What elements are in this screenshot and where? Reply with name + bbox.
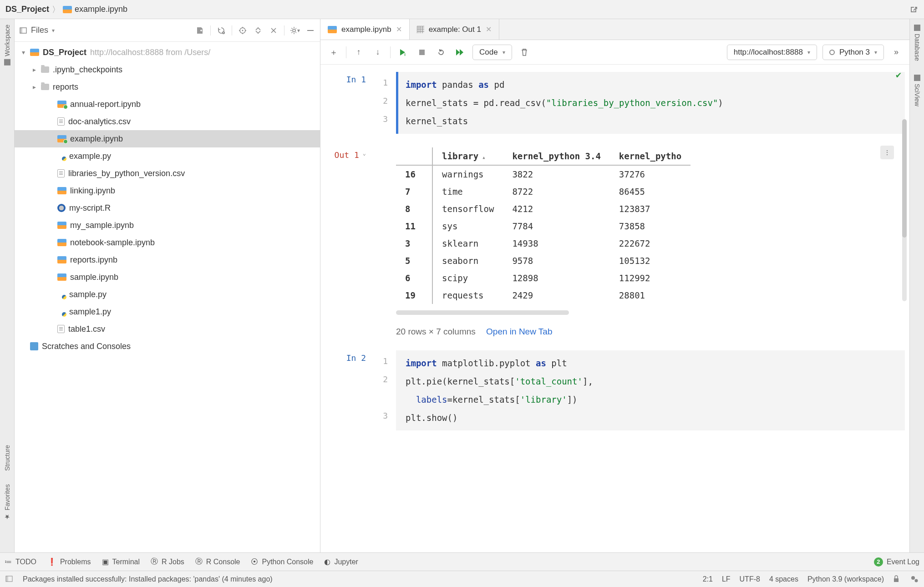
table-header[interactable]: kernel_pytho xyxy=(610,147,690,165)
table-row[interactable]: 16warnings382237276 xyxy=(396,165,690,183)
tool-python-console[interactable]: ⦿ Python Console xyxy=(251,558,313,566)
server-dropdown[interactable]: http://localhost:8888▾ xyxy=(727,45,817,60)
kernel-dropdown[interactable]: Python 3▾ xyxy=(822,45,884,60)
tree-file[interactable]: sample.py xyxy=(15,286,320,303)
tab-example-ipynb[interactable]: example.ipynb ✕ xyxy=(320,19,410,40)
table-row[interactable]: 19requests242928801 xyxy=(396,287,690,304)
tool-sciview[interactable]: SciView xyxy=(914,75,921,106)
status-window-icon[interactable] xyxy=(5,575,14,583)
code-block[interactable]: import pandas as pd kernel_stats = pd.re… xyxy=(396,72,905,134)
run-cell-button[interactable] xyxy=(396,46,410,59)
status-indent[interactable]: 4 spaces xyxy=(769,575,798,583)
expand-all-icon[interactable] xyxy=(253,25,263,35)
check-icon: ✔ xyxy=(896,69,901,80)
table-row[interactable]: 8tensorflow4212123837 xyxy=(396,200,690,218)
tree-file[interactable]: my-script.R xyxy=(15,199,320,217)
collapse-all-icon[interactable] xyxy=(269,25,279,35)
tool-database[interactable]: Database xyxy=(914,25,921,61)
tree-file[interactable]: reports.ipynb xyxy=(15,251,320,268)
status-eol[interactable]: LF xyxy=(722,575,731,583)
status-position[interactable]: 2:1 xyxy=(703,575,713,583)
code-block[interactable]: import matplotlib.pyplot as plt plt.pie(… xyxy=(396,350,905,430)
cell-in-1[interactable]: In 1 123 import pandas as pd kernel_stat… xyxy=(330,72,905,134)
editor-area: example.ipynb ✕ example: Out 1 ✕ ＋ ↑ ↓ C… xyxy=(320,19,909,552)
notebook-body[interactable]: ✔ In 1 123 import pandas as pd kernel_st… xyxy=(320,65,909,552)
target-icon[interactable] xyxy=(238,25,248,35)
close-tab-icon[interactable]: ✕ xyxy=(396,25,402,34)
tree-file-label: my-script.R xyxy=(69,203,111,213)
tree-file[interactable]: my_sample.ipynb xyxy=(15,217,320,234)
restart-button[interactable] xyxy=(434,46,448,59)
py-icon xyxy=(57,308,66,316)
horizontal-scrollbar[interactable] xyxy=(396,310,569,315)
tree-scratches[interactable]: Scratches and Consoles xyxy=(15,338,320,355)
tree-file-label: sample.ipynb xyxy=(70,273,118,282)
tool-favorites[interactable]: ★Favorites xyxy=(4,484,11,521)
tree-file[interactable]: sample1.py xyxy=(15,303,320,320)
folder-icon xyxy=(41,66,49,73)
tree-file[interactable]: sample.ipynb xyxy=(15,268,320,286)
move-up-button[interactable]: ↑ xyxy=(352,46,366,59)
tree-folder[interactable]: ▸reports xyxy=(15,78,320,96)
status-interpreter[interactable]: Python 3.9 (workspace) xyxy=(807,575,884,583)
output-more-button[interactable]: ⋮ xyxy=(880,146,894,159)
workspace-icon xyxy=(4,59,10,66)
tree-root[interactable]: ▾ DS_Project http://localhost:8888 from … xyxy=(15,44,320,61)
run-all-button[interactable] xyxy=(453,46,467,59)
collapse-output-icon[interactable]: ⌄ xyxy=(363,150,366,157)
hide-sidebar-icon[interactable] xyxy=(305,25,315,35)
settings-icon[interactable]: ▾ xyxy=(290,25,300,35)
files-dropdown[interactable]: Files ▾ xyxy=(19,25,55,35)
table-row[interactable]: 5seaborn9578105132 xyxy=(396,252,690,269)
tree-file[interactable]: notebook-sample.ipynb xyxy=(15,234,320,251)
tree-file[interactable]: linking.ipynb xyxy=(15,182,320,199)
project-tree[interactable]: ▾ DS_Project http://localhost:8888 from … xyxy=(15,42,320,552)
more-toolbar-icon[interactable]: » xyxy=(889,46,903,59)
close-tab-icon[interactable]: ✕ xyxy=(486,25,492,34)
tree-file[interactable]: doc-analytics.csv xyxy=(15,113,320,130)
cell-prompt[interactable]: Out 1⌄ xyxy=(330,147,366,337)
refresh-icon[interactable] xyxy=(216,25,226,35)
add-cell-button[interactable]: ＋ xyxy=(327,46,340,59)
stop-button[interactable] xyxy=(415,46,429,59)
tool-terminal[interactable]: ▣ Terminal xyxy=(102,557,140,566)
tool-rjobs[interactable]: Ⓡ R Jobs xyxy=(151,557,184,567)
event-log[interactable]: 2Event Log xyxy=(874,557,919,567)
tree-folder[interactable]: ▸.ipynb_checkpoints xyxy=(15,61,320,78)
tool-rconsole[interactable]: Ⓡ R Console xyxy=(195,557,240,567)
open-in-icon[interactable] xyxy=(909,5,919,15)
table-header[interactable]: kernel_python 3.4 xyxy=(503,147,609,165)
delete-cell-button[interactable] xyxy=(518,46,531,59)
output-table[interactable]: library▴kernel_python 3.4kernel_pytho 16… xyxy=(396,147,690,304)
tree-file[interactable]: example.py xyxy=(15,147,320,165)
cell-in-2[interactable]: In 2 123 import matplotlib.pyplot as plt… xyxy=(330,350,905,430)
kernel-status-icon xyxy=(829,50,835,55)
tree-file[interactable]: annual-report.ipynb xyxy=(15,96,320,113)
breadcrumb-project[interactable]: DS_Project xyxy=(5,5,49,14)
tree-file-label: table1.csv xyxy=(68,324,105,334)
table-row[interactable]: 6scipy12898112992 xyxy=(396,269,690,287)
tool-structure[interactable]: Structure xyxy=(4,445,11,471)
table-row[interactable]: 7time872286455 xyxy=(396,183,690,200)
tool-todo[interactable]: ≔ TODO xyxy=(5,557,36,566)
ide-settings-icon[interactable] xyxy=(910,575,919,583)
table-row[interactable]: 3sklearn14938222672 xyxy=(396,235,690,252)
ipynb-icon xyxy=(57,239,66,246)
tab-example-out1[interactable]: example: Out 1 ✕ xyxy=(410,19,499,40)
new-file-icon[interactable] xyxy=(195,25,205,35)
tool-jupyter[interactable]: ◐ Jupyter xyxy=(324,557,358,566)
tree-file[interactable]: libraries_by_python_version.csv xyxy=(15,165,320,182)
table-row[interactable]: 11sys778473858 xyxy=(396,218,690,235)
tool-problems[interactable]: ❗ Problems xyxy=(47,557,91,566)
tree-file-label: example.ipynb xyxy=(70,134,123,144)
tree-file[interactable]: table1.csv xyxy=(15,320,320,338)
lock-icon[interactable] xyxy=(893,575,901,583)
tool-workspace[interactable]: Workspace xyxy=(4,25,11,66)
cell-type-dropdown[interactable]: Code▾ xyxy=(472,45,512,60)
breadcrumb-file[interactable]: example.ipynb xyxy=(63,5,127,14)
move-down-button[interactable]: ↓ xyxy=(371,46,385,59)
table-header[interactable]: library▴ xyxy=(432,147,503,165)
open-in-new-tab-link[interactable]: Open in New Tab xyxy=(486,327,552,336)
tree-file[interactable]: example.ipynb xyxy=(15,130,320,147)
status-encoding[interactable]: UTF-8 xyxy=(740,575,760,583)
